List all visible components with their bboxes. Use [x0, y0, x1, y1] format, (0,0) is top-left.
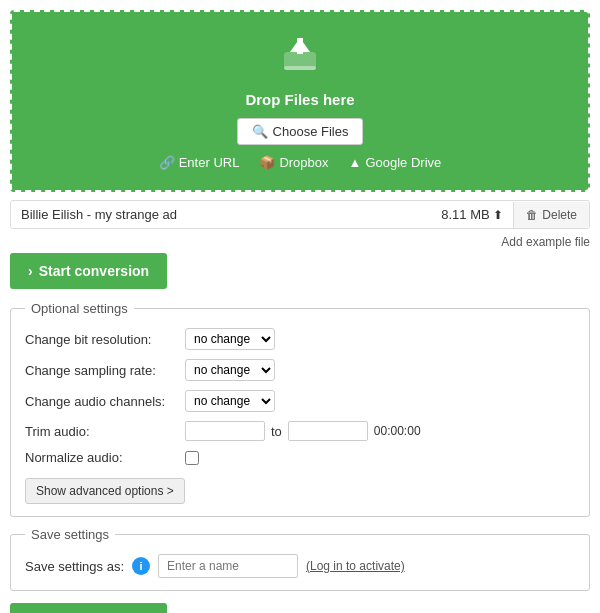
search-icon: 🔍	[252, 124, 268, 139]
drop-zone[interactable]: Drop Files here 🔍 Choose Files 🔗 Enter U…	[10, 10, 590, 192]
drop-text: Drop Files here	[32, 91, 568, 108]
optional-settings-panel: Optional settings Change bit resolution:…	[10, 301, 590, 517]
svg-rect-3	[284, 66, 316, 70]
google-drive-icon: ▲	[349, 155, 362, 170]
audio-channels-row: Change audio channels: no change 1 (mono…	[25, 390, 575, 412]
trim-to-label: to	[271, 424, 282, 439]
file-name: Billie Eilish - my strange ad	[11, 201, 431, 228]
audio-channels-label: Change audio channels:	[25, 394, 185, 409]
link-icon: 🔗	[159, 155, 175, 170]
file-size: 8.11 MB ⬆	[431, 201, 513, 228]
start-conversion-button-bottom[interactable]: › Start conversion	[10, 603, 167, 613]
dropbox-icon: 📦	[259, 155, 275, 170]
dropbox-link[interactable]: 📦 Dropbox	[259, 155, 328, 170]
trim-audio-row: Trim audio: to 00:00:00	[25, 421, 575, 441]
normalize-audio-row: Normalize audio:	[25, 450, 575, 465]
trim-end-input[interactable]	[288, 421, 368, 441]
svg-rect-2	[297, 38, 303, 54]
login-link[interactable]: (Log in to activate)	[306, 559, 405, 573]
info-icon: i	[132, 557, 150, 575]
save-settings-legend: Save settings	[25, 527, 115, 542]
save-settings-label: Save settings as:	[25, 559, 124, 574]
show-advanced-button[interactable]: Show advanced options >	[25, 478, 185, 504]
audio-channels-select[interactable]: no change 1 (mono) 2 (stereo)	[185, 390, 275, 412]
save-name-input[interactable]	[158, 554, 298, 578]
sampling-rate-select[interactable]: no change 8000 Hz 11025 Hz 22050 Hz 4410…	[185, 359, 275, 381]
normalize-audio-label: Normalize audio:	[25, 450, 185, 465]
bit-resolution-label: Change bit resolution:	[25, 332, 185, 347]
choose-files-button[interactable]: 🔍 Choose Files	[237, 118, 364, 145]
start-conversion-button-top[interactable]: › Start conversion	[10, 253, 167, 289]
normalize-checkbox[interactable]	[185, 451, 199, 465]
sampling-rate-row: Change sampling rate: no change 8000 Hz …	[25, 359, 575, 381]
trash-icon: 🗑	[526, 208, 538, 222]
save-settings-panel: Save settings Save settings as: i (Log i…	[10, 527, 590, 591]
file-row: Billie Eilish - my strange ad 8.11 MB ⬆ …	[10, 200, 590, 229]
trim-start-input[interactable]	[185, 421, 265, 441]
bit-resolution-select[interactable]: no change 8 bit 16 bit 24 bit 32 bit	[185, 328, 275, 350]
add-example-link[interactable]: Add example file	[501, 235, 590, 249]
bit-resolution-row: Change bit resolution: no change 8 bit 1…	[25, 328, 575, 350]
login-text: (Log in to activate)	[306, 559, 405, 573]
trim-time-label: 00:00:00	[374, 424, 421, 438]
enter-url-link[interactable]: 🔗 Enter URL	[159, 155, 240, 170]
google-drive-link[interactable]: ▲ Google Drive	[349, 155, 442, 170]
sampling-rate-label: Change sampling rate:	[25, 363, 185, 378]
upload-arrow-icon: ⬆	[493, 208, 503, 222]
chevron-right-icon: ›	[28, 263, 33, 279]
trim-audio-label: Trim audio:	[25, 424, 185, 439]
add-example-row: Add example file	[10, 235, 590, 249]
optional-settings-legend: Optional settings	[25, 301, 134, 316]
save-settings-row: Save settings as: i (Log in to activate)	[25, 554, 575, 578]
delete-button[interactable]: 🗑 Delete	[513, 202, 589, 228]
upload-icon	[32, 32, 568, 85]
